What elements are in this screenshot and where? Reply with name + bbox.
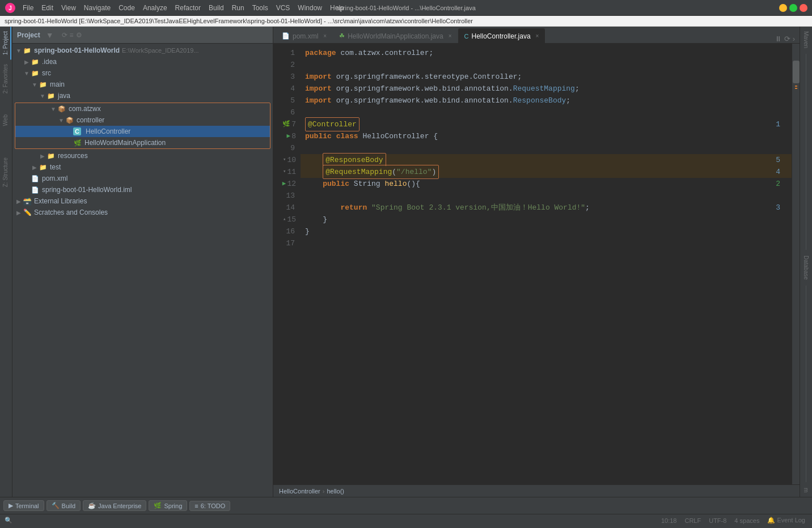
menu-analyze[interactable]: Analyze (139, 3, 171, 13)
java-enterprise-button[interactable]: ☕ Java Enterprise (83, 500, 146, 511)
tab-hello-controller[interactable]: C HelloController.java × (458, 28, 545, 43)
code-line-12: public String hello(){ 2 (301, 178, 792, 190)
breadcrumb-class[interactable]: HelloController (279, 488, 320, 495)
collapse-icon[interactable]: ≡ (70, 31, 74, 39)
settings-icon[interactable]: ⚙ (76, 31, 82, 39)
tab-web[interactable]: Web (1, 110, 11, 130)
menu-bar: File Edit View Navigate Code Analyze Ref… (19, 3, 348, 13)
menu-navigate[interactable]: Navigate (81, 3, 114, 13)
maximize-button[interactable] (789, 4, 797, 12)
folder-icon: 📁 (31, 57, 40, 66)
todo-button[interactable]: ≡ 6: TODO (189, 501, 230, 511)
database-label[interactable]: Database (801, 251, 811, 284)
lib-icon: 🗃️ (23, 197, 32, 206)
tree-ext-libs[interactable]: ▶ 🗃️ External Libraries (12, 195, 273, 207)
arrow-icon: ▶ (15, 198, 23, 205)
chevron-right-icon[interactable]: › (793, 35, 795, 43)
menu-run[interactable]: Run (229, 3, 248, 13)
tab-close-icon[interactable]: × (449, 33, 452, 39)
spring-button[interactable]: 🌿 Spring (149, 500, 187, 511)
menu-build[interactable]: Build (205, 3, 227, 13)
bean-gutter-icon[interactable]: 🌿 (282, 118, 290, 130)
tree-test[interactable]: ▶ 📁 test (12, 161, 273, 173)
tree-src[interactable]: ▼ 📁 src (12, 67, 273, 79)
tab-close-icon[interactable]: × (323, 33, 327, 39)
tree-pom-label: pom.xml (42, 174, 67, 182)
code-content[interactable]: package com.atzwx.controller; import org… (301, 44, 792, 484)
menu-file[interactable]: File (19, 3, 37, 13)
menu-view[interactable]: View (58, 3, 79, 13)
tree-test-label: test (50, 163, 61, 171)
maven-label[interactable]: Maven (801, 27, 811, 53)
line-num-17: 17 (276, 237, 298, 249)
line-num-5: 5 (276, 95, 298, 107)
tab-project[interactable]: 1: Project (1, 27, 11, 59)
menu-edit[interactable]: Edit (38, 3, 57, 13)
fold-gutter-icon-10[interactable]: ▾ (283, 154, 286, 166)
menu-refactor[interactable]: Refactor (172, 3, 204, 13)
tree-iml[interactable]: ▶ 📄 spring-boot-01-HelloWorld.iml (12, 184, 273, 195)
search-icon[interactable]: 🔍 (5, 517, 12, 524)
tree-com-atzwx[interactable]: ▼ 📦 com.atzwx (15, 103, 270, 114)
xml-icon: 📄 (282, 32, 290, 40)
indent-status[interactable]: 4 spaces (732, 517, 762, 524)
fold-end-gutter-icon[interactable]: ▴ (283, 214, 286, 225)
menu-window[interactable]: Window (294, 3, 325, 13)
line-num-16: 16 (276, 225, 298, 237)
tab-main-app[interactable]: ☘ HelloWorldMainApplication.java × (333, 28, 458, 43)
menu-tools[interactable]: Tools (249, 3, 272, 13)
minimize-button[interactable] (779, 4, 787, 12)
iml-icon: 📄 (31, 185, 40, 194)
tree-controller[interactable]: ▼ 📦 controller (15, 114, 270, 126)
code-editor[interactable]: 1 2 3 4 5 6 🌿 7 ▶ 8 9 ▾ (273, 44, 800, 484)
fold-gutter-icon-11[interactable]: ▾ (283, 166, 286, 178)
code-line-5: import org.springframework.web.bind.anno… (301, 95, 792, 107)
tree-hello-controller[interactable]: ▶ C HelloController (15, 126, 270, 137)
tree-main-app[interactable]: ▶ 🌿 HelloWorldMainApplication (15, 137, 270, 148)
vertical-tabs: 1: Project 2: Favorites Web Z: Structure (0, 27, 12, 497)
run-gutter-icon-12[interactable]: ▶ (282, 178, 286, 190)
menu-code[interactable]: Code (115, 3, 138, 13)
tab-pom[interactable]: 📄 pom.xml × (276, 28, 333, 43)
breadcrumb-sep: › (323, 488, 325, 495)
ann-marker-4: 4 (776, 166, 780, 178)
scratches-icon: ✏️ (23, 208, 32, 217)
project-dropdown-icon[interactable]: ▼ (46, 31, 54, 40)
spring-icon: 🌿 (154, 502, 162, 509)
tree-idea[interactable]: ▶ 📁 .idea (12, 56, 273, 67)
tree-root[interactable]: ▼ 📁 spring-boot-01-HelloWorld E:\WorkSpa… (12, 45, 273, 56)
tab-favorites[interactable]: 2: Favorites (1, 59, 11, 98)
tree-scratches-label: Scratches and Consoles (34, 208, 108, 216)
breadcrumb-method[interactable]: hello() (327, 488, 344, 495)
pause-icon[interactable]: ⏸ (775, 35, 782, 43)
tree-pom[interactable]: ▶ 📄 pom.xml (12, 173, 273, 184)
line-num-6: 6 (276, 107, 298, 118)
close-button[interactable] (800, 4, 807, 12)
tree-java[interactable]: ▼ 📁 java (12, 90, 273, 101)
editor-scrollbar[interactable] (792, 44, 800, 484)
charset-status[interactable]: UTF-8 (707, 517, 729, 524)
event-log-status[interactable]: 🔔 Event Log (765, 517, 807, 524)
tree-scratches[interactable]: ▶ ✏️ Scratches and Consoles (12, 207, 273, 218)
code-line-8: public class HelloController { (301, 130, 792, 142)
tree-main[interactable]: ▼ 📁 main (12, 79, 273, 90)
line-col-status[interactable]: 10:18 (659, 517, 679, 524)
arrow-icon: ▶ (15, 210, 23, 216)
arrow-icon: ▼ (31, 82, 39, 88)
java-enterprise-icon: ☕ (88, 502, 96, 509)
tooltip-bar: spring-boot-01-HelloWorld [E:\WorkSpace_… (0, 16, 812, 27)
bottom-toolbar: ▶ Terminal 🔨 Build ☕ Java Enterprise 🌿 S… (0, 497, 812, 514)
tree-resources[interactable]: ▶ 📁 resources (12, 150, 273, 161)
build-button[interactable]: 🔨 Build (46, 500, 81, 511)
encoding-status[interactable]: CRLF (682, 517, 703, 524)
m-label[interactable]: m (801, 483, 811, 497)
tab-structure[interactable]: Z: Structure (1, 153, 11, 191)
project-panel: Project ▼ ⟳ ≡ ⚙ ▼ 📁 spring-boot-01-Hello… (12, 27, 273, 497)
sync-icon[interactable]: ⟳ (62, 31, 67, 39)
run-gutter-icon[interactable]: ▶ (287, 130, 291, 142)
terminal-button[interactable]: ▶ Terminal (3, 500, 44, 511)
tab-close-icon[interactable]: × (536, 33, 539, 39)
sync-icon[interactable]: ⟳ (784, 35, 790, 43)
menu-vcs[interactable]: VCS (273, 3, 294, 13)
scroll-thumb[interactable] (793, 61, 800, 83)
